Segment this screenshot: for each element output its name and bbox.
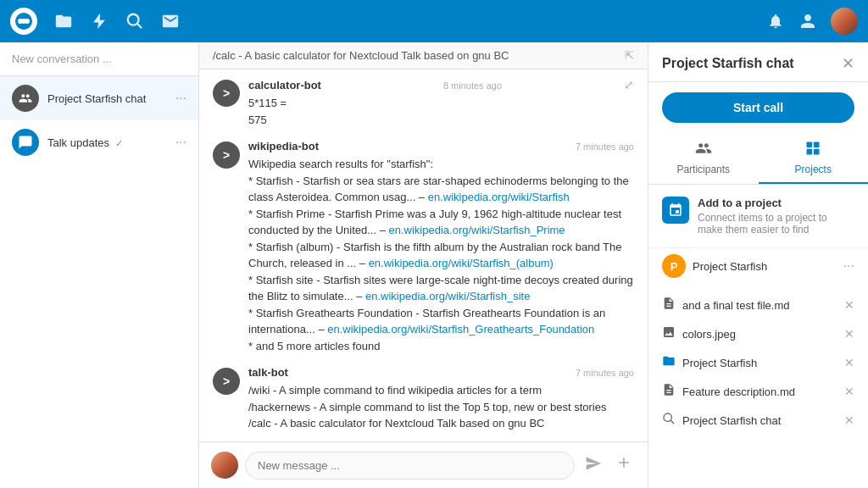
svg-line-11 — [670, 420, 674, 424]
message-text: 5*115 =575 — [248, 95, 634, 128]
svg-rect-9 — [814, 149, 820, 155]
project-more-icon[interactable]: ··· — [843, 258, 854, 274]
bot-avatar: > — [213, 80, 240, 107]
project-avatar: P — [662, 254, 686, 278]
file-name: Project Starfish chat — [682, 414, 837, 427]
chat-messages: > calculator-bot 8 minutes ago ⤢ 5*115 =… — [199, 69, 648, 441]
wiki-link-5[interactable]: en.wikipedia.org/wiki/Starfish_Greathear… — [327, 323, 594, 336]
remove-file-button[interactable]: ✕ — [844, 298, 854, 312]
panel-title: Project Starfish chat — [662, 56, 842, 71]
tab-participants[interactable]: Participants — [648, 133, 759, 184]
svg-rect-7 — [814, 142, 820, 148]
file-name: and a final test file.md — [682, 299, 837, 312]
conversation-icon — [662, 412, 676, 429]
svg-point-10 — [664, 413, 671, 421]
add-project-text: Add to a project Connect items to a proj… — [698, 197, 854, 236]
search-icon[interactable] — [125, 12, 144, 30]
wiki-link-1[interactable]: en.wikipedia.org/wiki/Starfish — [428, 191, 570, 203]
document-icon — [662, 383, 676, 400]
top-message-bar: /calc - A basic calculator for Nextcloud… — [199, 42, 648, 69]
remove-file-button[interactable]: ✕ — [844, 413, 854, 427]
top-bar-text: /calc - A basic calculator for Nextcloud… — [213, 49, 509, 62]
sidebar-item-label: Project Starfish chat — [47, 92, 175, 105]
project-name: Project Starfish — [693, 260, 837, 273]
sidebar-item-label: Talk updates ✓ — [47, 136, 175, 149]
message-group: > talk-bot 7 minutes ago /wiki - A simpl… — [213, 366, 634, 432]
expand-message-icon[interactable]: ⤢ — [624, 78, 634, 92]
tab-projects[interactable]: Projects — [759, 133, 869, 184]
svg-point-3 — [21, 19, 26, 24]
add-attachment-button[interactable] — [612, 451, 636, 480]
message-content: calculator-bot 8 minutes ago ⤢ 5*115 =57… — [248, 78, 634, 128]
participants-tab-icon — [695, 140, 712, 161]
more-options-icon[interactable]: ··· — [175, 91, 186, 106]
folder-icon — [662, 354, 676, 371]
message-group: > wikipedia-bot 7 minutes ago Wikipedia … — [213, 140, 634, 354]
send-button[interactable] — [581, 452, 605, 480]
current-user-avatar — [211, 452, 238, 479]
chat-area: /calc - A basic calculator for Nextcloud… — [199, 42, 648, 488]
file-name: Feature description.md — [682, 385, 837, 398]
participants-tab-label: Participants — [676, 164, 730, 175]
expand-icon[interactable]: ⇱ — [625, 49, 634, 62]
bot-avatar: > — [213, 141, 240, 169]
new-conversation-input[interactable]: New conversation ... — [0, 42, 198, 76]
svg-point-4 — [128, 14, 139, 25]
bell-icon[interactable] — [766, 12, 785, 30]
wiki-link-4[interactable]: en.wikipedia.org/wiki/Starfish_site — [365, 290, 530, 302]
sender-name: calculator-bot — [248, 79, 321, 92]
panel-tabs: Participants Projects — [648, 133, 868, 185]
close-panel-button[interactable]: ✕ — [842, 54, 854, 73]
right-panel-header: Project Starfish chat ✕ — [648, 42, 868, 82]
sidebar: New conversation ... Project Starfish ch… — [0, 42, 199, 488]
file-item: and a final test file.md ✕ — [648, 291, 868, 319]
panel-content: Add to a project Connect items to a proj… — [648, 185, 868, 488]
add-project-icon — [662, 197, 689, 224]
file-item: colors.jpeg ✕ — [648, 319, 868, 348]
contacts-icon[interactable] — [798, 12, 817, 30]
file-name: colors.jpeg — [682, 328, 837, 341]
user-avatar[interactable] — [831, 8, 858, 35]
checkmark-icon: ✓ — [113, 138, 123, 148]
sender-name: talk-bot — [248, 366, 288, 379]
message-header: talk-bot 7 minutes ago — [248, 366, 634, 379]
folder-item: Project Starfish ✕ — [648, 348, 868, 377]
lightning-icon[interactable] — [90, 12, 108, 30]
message-header: calculator-bot 8 minutes ago ⤢ — [248, 78, 634, 92]
sidebar-item-project-starfish-chat[interactable]: Project Starfish chat ··· — [0, 76, 198, 120]
image-icon — [662, 325, 676, 342]
folder-icon[interactable] — [54, 12, 73, 30]
add-project-title: Add to a project — [698, 197, 854, 209]
projects-tab-icon — [804, 140, 821, 161]
message-group: > calculator-bot 8 minutes ago ⤢ 5*115 =… — [213, 78, 634, 128]
add-project-desc: Connect items to a project to make them … — [698, 212, 854, 236]
message-content: talk-bot 7 minutes ago /wiki - A simple … — [248, 366, 634, 432]
document-icon — [662, 297, 676, 313]
remove-file-button[interactable]: ✕ — [844, 327, 854, 341]
inbox-icon[interactable] — [161, 12, 180, 30]
talk-updates-avatar — [12, 129, 39, 156]
file-item: Project Starfish chat ✕ — [648, 406, 868, 435]
projects-tab-label: Projects — [795, 164, 832, 175]
more-options-icon[interactable]: ··· — [175, 135, 186, 150]
remove-folder-button[interactable]: ✕ — [844, 356, 854, 369]
timestamp: 7 minutes ago — [576, 368, 634, 378]
bot-avatar: > — [213, 368, 240, 395]
message-text: /wiki - A simple command to find wikiped… — [248, 382, 634, 432]
remove-file-button[interactable]: ✕ — [844, 385, 854, 398]
top-navigation — [0, 0, 868, 42]
message-input[interactable] — [245, 452, 575, 480]
svg-rect-6 — [807, 142, 813, 148]
main-container: New conversation ... Project Starfish ch… — [0, 42, 868, 488]
folder-name: Project Starfish — [682, 357, 837, 369]
project-starfish-avatar — [12, 85, 39, 112]
message-text: Wikipedia search results for "starfish":… — [248, 156, 634, 354]
file-item: Feature description.md ✕ — [648, 377, 868, 406]
sidebar-item-talk-updates[interactable]: Talk updates ✓ ··· — [0, 120, 198, 164]
add-project-section: Add to a project Connect items to a proj… — [648, 185, 868, 248]
start-call-button[interactable]: Start call — [662, 92, 854, 123]
project-files-list: and a final test file.md ✕ colors.jpeg ✕ — [648, 284, 868, 441]
wiki-link-3[interactable]: en.wikipedia.org/wiki/Starfish_(album) — [369, 257, 554, 269]
wiki-link-2[interactable]: en.wikipedia.org/wiki/Starfish_Prime — [389, 224, 565, 236]
nextcloud-logo[interactable] — [10, 8, 37, 35]
